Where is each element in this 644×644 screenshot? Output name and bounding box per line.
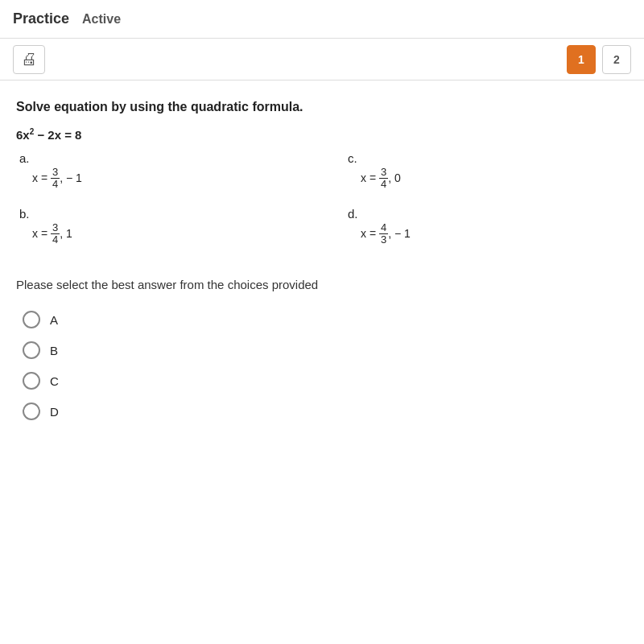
radio-option-a[interactable]: A <box>23 311 628 328</box>
radio-label-a: A <box>50 313 58 327</box>
radio-label-b: B <box>50 344 58 357</box>
choice-c[interactable]: c. x = 34, 0 <box>348 151 628 191</box>
question-instruction: Solve equation by using the quadratic fo… <box>16 100 628 114</box>
toolbar: 🖨 1 2 <box>0 39 644 80</box>
choice-a-equation: x = 34, − 1 <box>19 167 299 191</box>
radio-circle-b[interactable] <box>23 341 40 359</box>
print-icon: 🖨 <box>21 50 37 68</box>
choice-a-label: a. <box>19 151 299 165</box>
choices-grid: a. x = 34, − 1 c. x = 34, 0 b. x = 34, 1… <box>16 151 628 246</box>
choice-c-label: c. <box>348 151 628 165</box>
radio-options: A B C D <box>16 311 628 420</box>
print-button[interactable]: 🖨 <box>13 45 45 74</box>
select-prompt: Please select the best answer from the c… <box>16 278 628 291</box>
equation-main: 6x2 − 2x = 8 <box>16 127 628 142</box>
header-active-label: Active <box>82 12 121 27</box>
header: Practice Active <box>0 0 644 39</box>
choice-b[interactable]: b. x = 34, 1 <box>19 207 299 246</box>
page-1-label: 1 <box>578 53 584 66</box>
radio-option-b[interactable]: B <box>23 341 628 359</box>
page-2-button[interactable]: 2 <box>602 45 631 74</box>
choice-d[interactable]: d. x = 43, − 1 <box>348 207 628 246</box>
radio-circle-d[interactable] <box>23 402 40 420</box>
radio-label-c: C <box>50 374 59 388</box>
radio-circle-c[interactable] <box>23 372 40 390</box>
page-2-label: 2 <box>613 53 620 66</box>
page-1-button[interactable]: 1 <box>567 45 596 74</box>
choice-c-equation: x = 34, 0 <box>348 167 628 191</box>
choice-b-equation: x = 34, 1 <box>19 222 299 246</box>
radio-label-d: D <box>50 405 59 419</box>
radio-circle-a[interactable] <box>23 311 40 328</box>
choice-d-equation: x = 43, − 1 <box>348 222 628 246</box>
choice-d-label: d. <box>348 207 628 221</box>
choice-a[interactable]: a. x = 34, − 1 <box>19 151 299 191</box>
radio-option-d[interactable]: D <box>23 402 628 420</box>
choice-b-label: b. <box>19 207 299 221</box>
radio-option-c[interactable]: C <box>23 372 628 390</box>
header-practice-label: Practice <box>13 10 69 27</box>
main-content: Solve equation by using the quadratic fo… <box>0 80 644 644</box>
